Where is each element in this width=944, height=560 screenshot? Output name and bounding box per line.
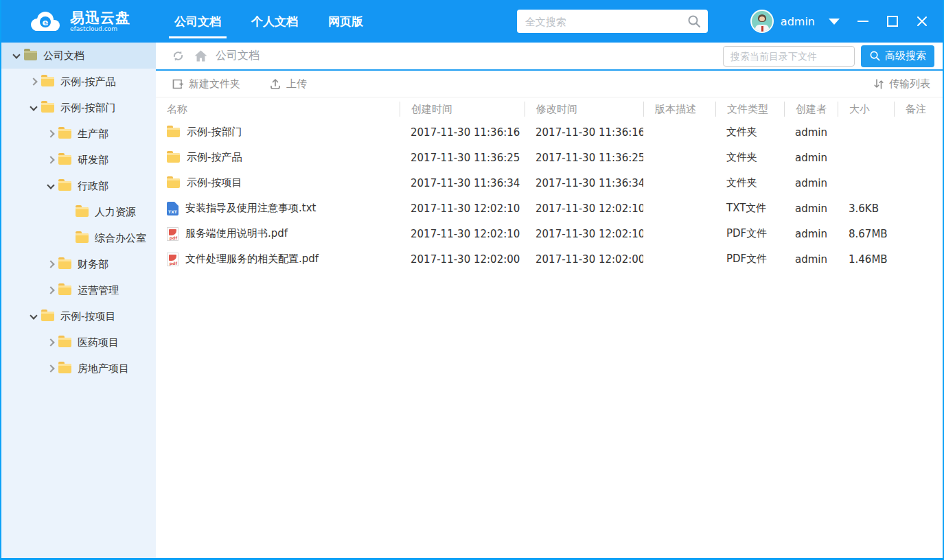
file-row[interactable]: 文件处理服务的相关配置.pdf2017-11-30 12:02:002017-1… bbox=[156, 246, 943, 272]
column-header: 备注 bbox=[894, 102, 943, 117]
transfer-list-button[interactable]: 传输列表 bbox=[873, 78, 930, 91]
folder-row[interactable]: 示例-按产品2017-11-30 11:36:252017-11-30 11:3… bbox=[156, 145, 943, 170]
folder-row[interactable]: 示例-按部门2017-11-30 11:36:162017-11-30 11:3… bbox=[156, 119, 943, 145]
creator-cell: admin bbox=[784, 152, 838, 164]
chevron-right-icon[interactable] bbox=[43, 157, 58, 163]
file-row[interactable]: 安装指导及使用注意事项.txt2017-11-30 12:02:102017-1… bbox=[156, 196, 943, 221]
file-name: 文件处理服务的相关配置.pdf bbox=[185, 253, 319, 266]
tree-item[interactable]: 公司文档 bbox=[1, 43, 156, 69]
refresh-icon[interactable] bbox=[172, 49, 185, 62]
chevron-right-icon[interactable] bbox=[25, 79, 41, 84]
folder-icon bbox=[41, 312, 54, 321]
minimize-button[interactable] bbox=[857, 21, 868, 22]
window-controls bbox=[857, 16, 928, 27]
advanced-search-button[interactable]: 高级搜索 bbox=[861, 45, 934, 67]
file-name-cell: 安装指导及使用注意事项.txt bbox=[156, 202, 400, 215]
tree-item-label: 财务部 bbox=[78, 258, 108, 271]
folder-icon bbox=[41, 77, 54, 86]
folder-icon bbox=[58, 285, 71, 295]
column-header: 名称 bbox=[156, 102, 400, 117]
new-folder-button[interactable]: 新建文件夹 bbox=[172, 78, 240, 91]
tree-item[interactable]: 示例-按项目 bbox=[1, 303, 156, 329]
upload-label: 上传 bbox=[286, 78, 307, 91]
close-button[interactable] bbox=[917, 16, 928, 27]
size-cell: 3.6KB bbox=[838, 202, 894, 215]
tree-item-label: 人力资源 bbox=[95, 206, 136, 219]
tree-item[interactable]: 房地产项目 bbox=[1, 355, 156, 382]
created-time-cell: 2017-11-30 12:02:10 bbox=[400, 202, 525, 215]
folder-icon bbox=[58, 364, 71, 373]
tree-item[interactable]: 财务部 bbox=[1, 251, 156, 277]
folder-icon bbox=[76, 207, 89, 217]
tree-item[interactable]: 示例-按部门 bbox=[1, 95, 156, 121]
file-type-cell: 文件夹 bbox=[715, 126, 784, 139]
tab-web-version[interactable]: 网页版 bbox=[325, 0, 366, 43]
folder-row[interactable]: 示例-按项目2017-11-30 11:36:342017-11-30 11:3… bbox=[156, 170, 943, 196]
creator-cell: admin bbox=[784, 253, 838, 266]
file-name: 示例-按部门 bbox=[187, 126, 242, 139]
tree-item-label: 示例-按项目 bbox=[60, 310, 115, 323]
file-name: 示例-按项目 bbox=[187, 176, 242, 189]
breadcrumb[interactable]: 公司文档 bbox=[216, 49, 260, 63]
chevron-right-icon[interactable] bbox=[43, 131, 58, 137]
tree-item[interactable]: 运营管理 bbox=[1, 277, 156, 303]
tree-item-label: 医药项目 bbox=[78, 336, 119, 349]
tree-item[interactable]: 医药项目 bbox=[1, 329, 156, 355]
column-header: 版本描述 bbox=[643, 102, 715, 117]
chevron-down-icon[interactable] bbox=[25, 106, 41, 110]
toolbar: 新建文件夹 上传 bbox=[156, 71, 943, 97]
chevron-down-icon[interactable] bbox=[8, 54, 24, 58]
directory-search-input[interactable] bbox=[723, 46, 855, 67]
search-icon[interactable] bbox=[687, 14, 702, 29]
chevron-right-icon[interactable] bbox=[43, 261, 58, 267]
created-time-cell: 2017-11-30 11:36:16 bbox=[400, 126, 525, 139]
home-icon[interactable] bbox=[194, 50, 207, 62]
cloud-logo-icon: e bbox=[27, 10, 63, 33]
tree-item[interactable]: 综合办公室 bbox=[1, 225, 156, 251]
tab-company-docs[interactable]: 公司文档 bbox=[172, 0, 224, 43]
tree-item[interactable]: 研发部 bbox=[1, 147, 156, 173]
advanced-search-label: 高级搜索 bbox=[885, 49, 926, 62]
size-cell: 1.46MB bbox=[838, 253, 894, 266]
chevron-right-icon[interactable] bbox=[43, 340, 58, 345]
transfer-arrows-icon bbox=[873, 78, 884, 90]
tab-personal-docs[interactable]: 个人文档 bbox=[249, 0, 301, 43]
file-row[interactable]: 服务端使用说明书.pdf2017-11-30 12:02:102017-11-3… bbox=[156, 221, 943, 246]
folder-icon bbox=[24, 51, 37, 60]
folder-icon bbox=[76, 233, 89, 243]
tree-item-label: 生产部 bbox=[78, 128, 108, 141]
folder-icon bbox=[167, 153, 180, 163]
tree-item[interactable]: 人力资源 bbox=[1, 199, 156, 225]
tree-item[interactable]: 行政部 bbox=[1, 173, 156, 199]
created-time-cell: 2017-11-30 11:36:25 bbox=[400, 152, 525, 164]
chevron-down-icon[interactable] bbox=[25, 315, 41, 318]
user-menu[interactable]: admin bbox=[750, 10, 840, 33]
column-header: 大小 bbox=[838, 102, 894, 117]
chevron-right-icon[interactable] bbox=[43, 366, 58, 371]
tree-item[interactable]: 示例-按产品 bbox=[1, 69, 156, 95]
created-time-cell: 2017-11-30 11:36:34 bbox=[400, 177, 525, 189]
new-folder-icon bbox=[172, 78, 184, 90]
column-header: 创建时间 bbox=[400, 102, 525, 117]
chevron-right-icon[interactable] bbox=[43, 288, 58, 293]
header-tabs: 公司文档 个人文档 网页版 bbox=[172, 0, 366, 43]
created-time-cell: 2017-11-30 12:02:10 bbox=[400, 228, 525, 240]
creator-cell: admin bbox=[784, 126, 838, 139]
upload-button[interactable]: 上传 bbox=[269, 78, 307, 91]
chevron-down-icon[interactable] bbox=[43, 185, 58, 188]
modified-time-cell: 2017-11-30 12:02:10 bbox=[525, 228, 643, 240]
tree-item[interactable]: 生产部 bbox=[1, 121, 156, 147]
file-name-cell: 文件处理服务的相关配置.pdf bbox=[156, 253, 400, 266]
global-search bbox=[517, 10, 708, 33]
chevron-down-icon[interactable] bbox=[829, 19, 840, 25]
avatar[interactable] bbox=[750, 10, 774, 33]
brand-name: 易迅云盘 bbox=[70, 10, 130, 26]
file-name-cell: 服务端使用说明书.pdf bbox=[156, 227, 400, 241]
global-search-input[interactable] bbox=[517, 10, 708, 33]
file-type-cell: 文件夹 bbox=[715, 151, 784, 164]
maximize-button[interactable] bbox=[887, 16, 898, 27]
file-table: 示例-按部门2017-11-30 11:36:162017-11-30 11:3… bbox=[156, 119, 943, 272]
folder-icon bbox=[58, 259, 71, 269]
creator-cell: admin bbox=[784, 228, 838, 240]
svg-text:e: e bbox=[43, 17, 49, 27]
